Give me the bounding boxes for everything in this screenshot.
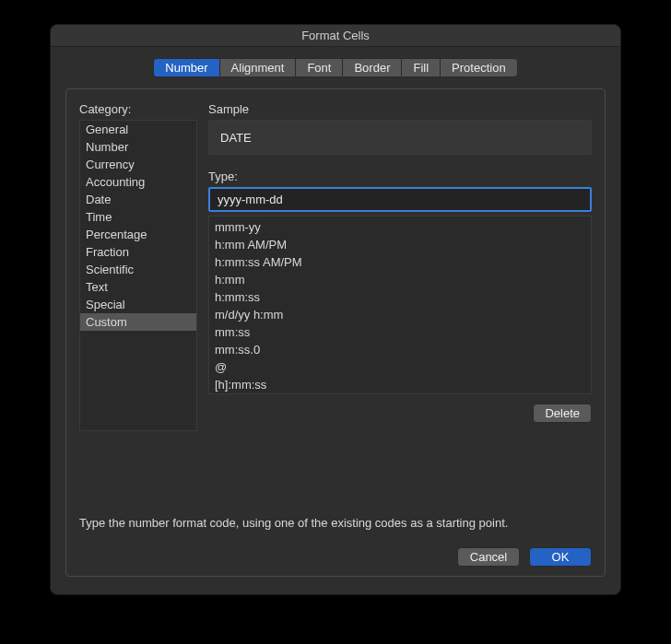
format-cells-window: Format Cells Number Alignment Font Borde… [50,24,621,595]
tab-alignment[interactable]: Alignment [219,58,296,77]
hint-text: Type the number format code, using one o… [79,516,592,530]
type-item[interactable]: h:mm [209,271,591,288]
category-item[interactable]: Special [80,296,196,313]
delete-button[interactable]: Delete [533,404,592,423]
type-item[interactable]: h:mm:ss [209,288,591,306]
category-item[interactable]: Fraction [80,243,196,261]
category-item[interactable]: General [80,121,196,138]
type-item[interactable]: mm:ss [209,323,591,341]
sample-label: Sample [208,102,592,116]
type-item[interactable]: _($* #,##0_);_($* (#,##0);_($* "-"_);_(@… [209,393,591,394]
type-item[interactable]: @ [209,358,591,376]
category-item[interactable]: Time [80,208,196,226]
category-label: Category: [79,102,197,116]
category-list[interactable]: General Number Currency Accounting Date … [79,120,197,431]
tab-number[interactable]: Number [153,58,218,77]
ok-button[interactable]: OK [529,547,592,567]
category-item[interactable]: Date [80,191,196,208]
type-label: Type: [208,170,592,183]
type-list[interactable]: mmm-yy h:mm AM/PM h:mm:ss AM/PM h:mm h:m… [208,216,592,394]
tab-fill[interactable]: Fill [401,58,440,77]
category-item[interactable]: Currency [80,156,196,173]
type-input[interactable] [208,187,592,212]
type-item[interactable]: mmm-yy [209,218,591,236]
tab-border[interactable]: Border [342,58,401,77]
category-item[interactable]: Accounting [80,173,196,191]
category-item[interactable]: Text [80,278,196,296]
type-item[interactable]: m/d/yy h:mm [209,306,591,323]
window-title: Format Cells [51,25,620,47]
number-panel: Category: General Number Currency Accoun… [65,88,606,577]
cancel-button[interactable]: Cancel [457,547,520,567]
tab-bar: Number Alignment Font Border Fill Protec… [51,58,620,77]
type-item[interactable]: mm:ss.0 [209,341,591,358]
tab-protection[interactable]: Protection [440,58,518,77]
tab-font[interactable]: Font [295,58,342,77]
type-item[interactable]: h:mm:ss AM/PM [209,253,591,271]
type-item[interactable]: [h]:mm:ss [209,376,591,393]
category-item[interactable]: Scientific [80,261,196,278]
category-item[interactable]: Custom [80,313,196,331]
type-item[interactable]: h:mm AM/PM [209,236,591,253]
sample-value: DATE [208,120,592,155]
category-item[interactable]: Number [80,138,196,156]
category-item[interactable]: Percentage [80,226,196,243]
